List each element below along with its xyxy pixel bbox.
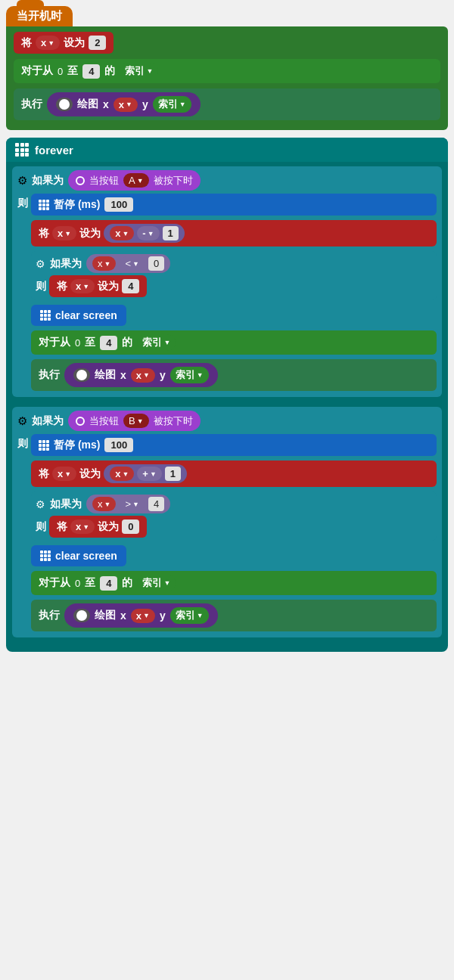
gear-icon-a: ⚙ xyxy=(17,174,27,188)
arith-add-wrap: x + 1 xyxy=(104,464,187,483)
set-x-0-block: 将 x 设为 0 xyxy=(49,516,147,538)
if-label-b: 如果为 xyxy=(32,414,64,428)
grid-icon-clear1 xyxy=(40,310,51,321)
pause-2-value: 100 xyxy=(104,438,133,452)
if-x-lt-0-header: ⚙ 如果为 x < 0 xyxy=(36,254,432,273)
toggle-1[interactable] xyxy=(56,98,73,111)
forever-label: forever xyxy=(35,144,73,157)
if-x-gt-4-wrap: ⚙ 如果为 x > 4 则 将 xyxy=(31,492,437,541)
gear-icon-lt: ⚙ xyxy=(36,258,45,270)
value-0-box: 0 xyxy=(122,519,139,534)
var-x-sub[interactable]: x xyxy=(52,226,76,240)
clear-1-block[interactable]: clear screen xyxy=(31,305,126,326)
condition-b-pill: 当按钮 B 被按下时 xyxy=(68,411,201,431)
pause-2-block: 暂停 (ms) 100 xyxy=(31,434,437,456)
to-label: 设为 xyxy=(64,36,85,50)
var-x-arith-add[interactable]: x xyxy=(110,467,134,481)
var-x-pill[interactable]: x xyxy=(36,36,60,50)
if-b-wrap: ⚙ 如果为 当按钮 B 被按下时 则 xyxy=(12,407,442,637)
value-4-gt: 4 xyxy=(148,497,164,511)
set-label: 将 xyxy=(21,36,32,50)
grid-icon-clear2 xyxy=(40,550,51,561)
cond-x-lt-0: x < 0 xyxy=(86,254,170,273)
then-1-label: 则 xyxy=(17,194,28,210)
draw-block-2: 绘图 x x y 索引 xyxy=(64,363,218,387)
op-gt[interactable]: > xyxy=(120,497,145,511)
pause-1-block: 暂停 (ms) 100 xyxy=(31,194,437,216)
toggle-2[interactable] xyxy=(73,368,90,382)
if-x-gt-4-header: ⚙ 如果为 x > 4 xyxy=(36,495,432,513)
clear-2-block[interactable]: clear screen xyxy=(31,545,126,566)
clear-2-label: clear screen xyxy=(55,550,117,562)
forever-header: forever xyxy=(6,138,448,162)
for-loop-2: 对于从 0 至 4 的 索引 xyxy=(31,330,437,355)
button-b-dropdown[interactable]: B xyxy=(123,414,149,428)
gear-icon-gt: ⚙ xyxy=(36,498,45,510)
op-lt[interactable]: < xyxy=(120,256,145,271)
execute-2: 执行 绘图 x x y 索引 xyxy=(31,359,437,391)
draw-block-1: 绘图 x x y 索引 xyxy=(47,92,201,116)
grid-icon-pause1 xyxy=(39,200,49,210)
if-label-a: 如果为 xyxy=(32,174,64,188)
startup-section: 当开机时 将 x 设为 2 对于从 0 至 4 的 索引 执行 xyxy=(6,6,448,130)
value-0-lt: 0 xyxy=(148,256,164,271)
var-x-add[interactable]: x xyxy=(52,467,76,481)
value-4-box: 4 xyxy=(122,279,139,293)
to-4-box-2: 4 xyxy=(100,336,117,350)
from-0: 0 xyxy=(58,66,63,77)
set-x-add-block: 将 x 设为 x + 1 xyxy=(31,461,437,487)
draw-block-3: 绘图 x x y 索引 xyxy=(64,603,218,628)
cond-x-gt-4: x > 4 xyxy=(86,495,170,513)
of-label: 的 xyxy=(104,64,115,78)
if-b-header: ⚙ 如果为 当按钮 B 被按下时 xyxy=(17,411,437,431)
grid-icon-forever xyxy=(15,143,29,157)
index-var-pill-3[interactable]: 索引 xyxy=(170,607,209,624)
operand-1-add: 1 xyxy=(165,467,181,481)
index-dropdown-3[interactable]: 索引 xyxy=(137,575,176,591)
if-a-wrap: ⚙ 如果为 当按钮 A 被按下时 则 xyxy=(12,166,442,397)
index-var-pill-1[interactable]: 索引 xyxy=(153,96,191,113)
to-4-box-3: 4 xyxy=(100,576,117,591)
if-a-header: ⚙ 如果为 当按钮 A 被按下时 xyxy=(17,170,437,191)
index-dropdown[interactable]: 索引 xyxy=(120,63,158,79)
to-label: 至 xyxy=(67,64,78,78)
index-dropdown-2[interactable]: 索引 xyxy=(137,334,176,351)
set-x-sub-block: 将 x 设为 x - 1 xyxy=(31,220,437,247)
toggle-3[interactable] xyxy=(73,609,90,622)
for-label: 对于从 xyxy=(21,64,53,78)
hat-label: 当开机时 xyxy=(17,9,62,23)
execute-1: 执行 绘图 x x y 索引 xyxy=(14,88,440,120)
var-x-gt[interactable]: x xyxy=(92,497,116,511)
execute-3: 执行 绘图 x x y 索引 xyxy=(31,600,437,631)
forever-section: forever ⚙ 如果为 当按钮 A 被按下时 则 xyxy=(6,138,448,652)
then-2-label: 则 xyxy=(36,280,46,293)
var-x-arith[interactable]: x xyxy=(110,226,134,240)
index-var-pill-2[interactable]: 索引 xyxy=(170,367,209,383)
set-x-4-block: 将 x 设为 4 xyxy=(49,275,147,297)
arith-sub-wrap: x - 1 xyxy=(104,224,185,243)
x-var-pill-3[interactable]: x xyxy=(131,609,155,623)
op-minus[interactable]: - xyxy=(137,226,159,240)
execute-label: 执行 xyxy=(21,98,42,111)
radio-icon-a xyxy=(76,176,85,185)
condition-a-pill: 当按钮 A 被按下时 xyxy=(68,170,201,191)
operand-1: 1 xyxy=(163,226,179,240)
var-x-lt[interactable]: x xyxy=(92,256,116,271)
value-2-box: 2 xyxy=(89,36,106,50)
gear-icon-b: ⚙ xyxy=(17,414,27,428)
if-x-lt-0-wrap: ⚙ 如果为 x < 0 则 将 xyxy=(31,251,437,300)
startup-body: 将 x 设为 2 对于从 0 至 4 的 索引 执行 绘图 x x y xyxy=(6,26,448,130)
x-var-pill-2[interactable]: x xyxy=(131,368,155,383)
button-a-dropdown[interactable]: A xyxy=(123,173,149,188)
pause-1-value: 100 xyxy=(104,197,133,212)
to-4-box: 4 xyxy=(82,64,100,79)
set-x-2-block: 将 x 设为 2 xyxy=(14,32,440,56)
var-x-0[interactable]: x xyxy=(70,519,95,534)
clear-1-label: clear screen xyxy=(55,309,117,321)
op-plus[interactable]: + xyxy=(137,467,162,481)
var-x-4[interactable]: x xyxy=(70,279,95,293)
radio-icon-b xyxy=(76,417,85,426)
then-4-label: 则 xyxy=(36,520,46,534)
hat-block: 当开机时 xyxy=(6,6,73,26)
x-var-pill-1[interactable]: x xyxy=(114,98,138,112)
